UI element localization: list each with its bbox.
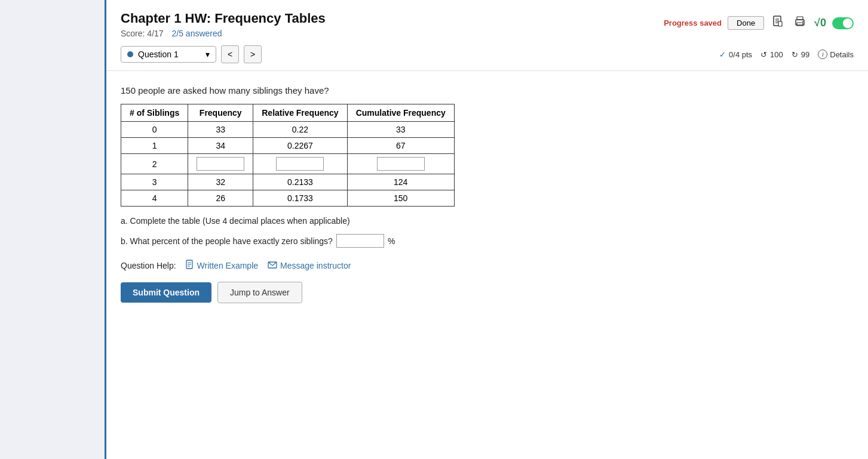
col-header-frequency: Frequency: [188, 104, 253, 122]
check-icon: ✓: [719, 50, 726, 59]
cell-rel-freq-4: 0.1733: [253, 190, 347, 207]
svg-rect-6: [797, 17, 803, 20]
nav-right-info: ✓ 0/4 pts ↺ 100 ↻ 99 i Details: [719, 50, 854, 59]
cell-cum-freq-0: 33: [347, 122, 454, 138]
question-help: Question Help: Written Example: [121, 260, 854, 271]
table-row: 1 34 0.2267 67: [121, 138, 455, 154]
question-label: Question 1: [138, 50, 179, 59]
table-row: 2: [121, 154, 455, 174]
left-sidebar: [0, 0, 105, 459]
undo-info: ↺ 100: [760, 50, 783, 59]
score-info: Score: 4/17 2/5 answered: [121, 29, 326, 38]
progress-saved-label: Progress saved: [664, 19, 722, 27]
main-content: Chapter 1 HW: Frequency Tables Score: 4/…: [105, 0, 868, 459]
redo-icon: ↻: [792, 50, 798, 59]
table-row: 3 32 0.2133 124: [121, 174, 455, 190]
header-left: Chapter 1 HW: Frequency Tables Score: 4/…: [121, 11, 326, 38]
part-b: b. What percent of the people have exact…: [121, 234, 854, 248]
answered-label: 2/5 answered: [172, 29, 222, 38]
nav-bar: Question 1 ▾ < > ✓ 0/4 pts ↺ 100 ↻ 99: [106, 38, 868, 71]
percent-symbol: %: [388, 236, 395, 246]
question-dot: [127, 51, 133, 57]
details-link[interactable]: i Details: [818, 50, 854, 59]
cell-frequency-1: 34: [188, 138, 253, 154]
col-header-relative-frequency: Relative Frequency: [253, 104, 347, 122]
header-right: Progress saved Done: [664, 14, 854, 32]
table-row: 4 26 0.1733 150: [121, 190, 455, 207]
frequency-input-2[interactable]: [197, 157, 244, 171]
cell-siblings-4: 4: [121, 190, 188, 207]
undo-count: 100: [770, 50, 783, 59]
sqrt-label: √0: [814, 17, 826, 29]
table-row: 0 33 0.22 33: [121, 122, 455, 138]
svg-rect-4: [778, 21, 782, 26]
details-label: Details: [830, 50, 854, 59]
col-header-siblings: # of Siblings: [121, 104, 188, 122]
document-icon-button[interactable]: [770, 14, 786, 32]
cumulative-frequency-input-2[interactable]: [377, 157, 425, 171]
header: Chapter 1 HW: Frequency Tables Score: 4/…: [106, 0, 868, 38]
question-body: 150 people are asked how many siblings t…: [106, 71, 868, 315]
cell-siblings-0: 0: [121, 122, 188, 138]
submit-question-button[interactable]: Submit Question: [121, 282, 211, 303]
print-icon-button[interactable]: [792, 15, 808, 31]
undo-icon: ↺: [760, 50, 767, 59]
message-instructor-link[interactable]: Message instructor: [268, 261, 351, 270]
cell-frequency-0: 33: [188, 122, 253, 138]
cell-frequency-3: 32: [188, 174, 253, 190]
cell-rel-freq-2-input[interactable]: [253, 154, 347, 174]
question-help-label: Question Help:: [121, 261, 176, 270]
col-header-cumulative-frequency: Cumulative Frequency: [347, 104, 454, 122]
cell-siblings-3: 3: [121, 174, 188, 190]
cell-siblings-2: 2: [121, 154, 188, 174]
redo-info: ↻ 99: [792, 50, 809, 59]
written-example-link[interactable]: Written Example: [186, 260, 258, 271]
cell-rel-freq-3: 0.2133: [253, 174, 347, 190]
frequency-table: # of Siblings Frequency Relative Frequen…: [121, 104, 455, 207]
question-intro: 150 people are asked how many siblings t…: [121, 85, 854, 96]
pts-info: ✓ 0/4 pts: [719, 50, 752, 59]
cell-rel-freq-0: 0.22: [253, 122, 347, 138]
cell-cum-freq-4: 150: [347, 190, 454, 207]
cell-frequency-4: 26: [188, 190, 253, 207]
cell-frequency-2-input[interactable]: [188, 154, 253, 174]
question-selector[interactable]: Question 1 ▾: [121, 46, 216, 63]
cell-cum-freq-2-input[interactable]: [347, 154, 454, 174]
document-icon: [186, 260, 194, 271]
part-b-text: b. What percent of the people have exact…: [121, 236, 333, 246]
instruction-a: a. Complete the table (Use 4 decimal pla…: [121, 216, 854, 226]
toggle-switch[interactable]: [832, 17, 854, 29]
written-example-label: Written Example: [197, 261, 258, 270]
cell-cum-freq-1: 67: [347, 138, 454, 154]
score-label: Score: 4/17: [121, 29, 164, 38]
action-buttons: Submit Question Jump to Answer: [121, 282, 854, 303]
svg-point-8: [802, 21, 803, 22]
percent-input[interactable]: [336, 234, 384, 248]
done-button[interactable]: Done: [728, 16, 764, 30]
chevron-down-icon: ▾: [206, 50, 210, 59]
cell-siblings-1: 1: [121, 138, 188, 154]
cell-rel-freq-1: 0.2267: [253, 138, 347, 154]
jump-to-answer-button[interactable]: Jump to Answer: [217, 282, 302, 303]
cell-cum-freq-3: 124: [347, 174, 454, 190]
info-icon: i: [818, 50, 827, 59]
next-question-button[interactable]: >: [244, 45, 262, 63]
pts-label: 0/4 pts: [729, 50, 752, 59]
page-title: Chapter 1 HW: Frequency Tables: [121, 11, 326, 26]
mail-icon: [268, 261, 277, 270]
redo-count: 99: [801, 50, 809, 59]
relative-frequency-input-2[interactable]: [276, 157, 324, 171]
prev-question-button[interactable]: <: [221, 45, 239, 63]
message-instructor-label: Message instructor: [280, 261, 351, 270]
